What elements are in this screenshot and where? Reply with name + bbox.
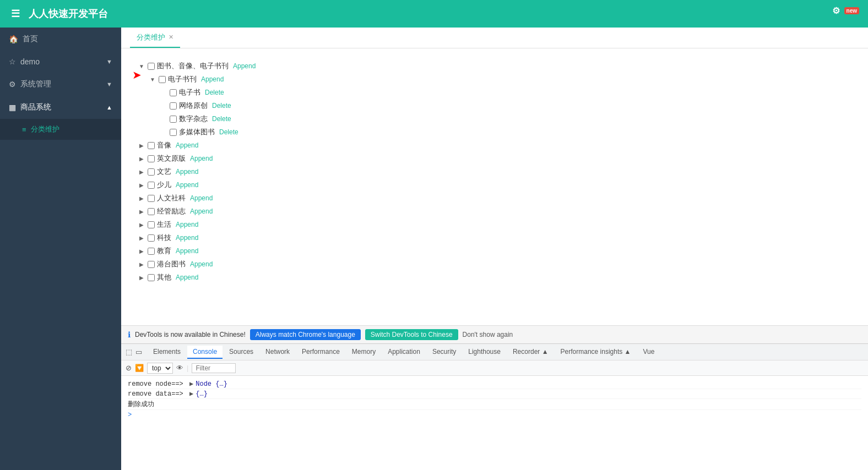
tree-checkbox-ebook-item[interactable]	[170, 89, 177, 96]
tree-checkbox-ebook[interactable]	[159, 76, 166, 83]
tree-checkbox-gangtai[interactable]	[148, 261, 155, 268]
tree-toggle-jiaoyu[interactable]: ▶	[138, 247, 145, 255]
devtools-tab-network[interactable]: Network	[260, 346, 295, 359]
dont-show-btn[interactable]: Don't show again	[463, 331, 513, 338]
tree-toggle-ebook[interactable]: ▼	[149, 75, 156, 83]
always-match-btn[interactable]: Always match Chrome's language	[250, 329, 361, 340]
console-prompt[interactable]	[128, 410, 861, 420]
tree-append-qita[interactable]: Append	[176, 274, 198, 281]
devtools-tab-recorder[interactable]: Recorder ▲	[507, 346, 554, 359]
tree-toggle-yinxiang[interactable]: ▶	[138, 141, 145, 149]
console-expand-1[interactable]: ▶	[189, 380, 193, 388]
sidebar-item-demo[interactable]: ☆ demo ▼	[0, 51, 121, 73]
devtools-tab-performance[interactable]: Performance	[296, 346, 345, 359]
tree-row-qita: ▶ 其他 Append	[138, 271, 851, 284]
tree-delete-shuzi[interactable]: Delete	[212, 115, 231, 123]
devtools-tab-elements[interactable]: Elements	[148, 346, 186, 359]
context-select[interactable]: top	[147, 363, 173, 374]
tree-toggle-shaor[interactable]: ▶	[138, 181, 145, 189]
tree-append-gangtai[interactable]: Append	[190, 260, 213, 268]
tree-checkbox-qita[interactable]	[148, 274, 155, 281]
tree-append-yinxiang[interactable]: Append	[176, 141, 198, 149]
tree-append-keji[interactable]: Append	[176, 234, 198, 242]
tree-checkbox-renwen[interactable]	[148, 195, 155, 202]
devtools-panel: ⬚ ▭ Elements Console Sources Network Per…	[121, 343, 868, 470]
tree-label-yinxiang: 音像	[157, 140, 171, 150]
sidebar-system-label: 系统管理	[20, 79, 51, 89]
sidebar-demo-label: demo	[20, 57, 40, 66]
tree-toggle-shenghuo[interactable]: ▶	[138, 221, 145, 228]
tree-checkbox-multimedia[interactable]	[170, 129, 177, 136]
app-header: ☰ 人人快速开发平台 ⚙ new	[0, 0, 868, 28]
ban-icon[interactable]: ⊘	[126, 364, 132, 372]
tree-delete-wangluo[interactable]: Delete	[212, 102, 231, 110]
tree-row-keji: ▶ 科技 Append	[138, 231, 851, 244]
tree-toggle-jingjing[interactable]: ▶	[138, 207, 145, 215]
filter-icon[interactable]: 🔽	[135, 364, 144, 372]
tree-append-wenyi[interactable]: Append	[176, 168, 198, 176]
tree-toggle-renwen[interactable]: ▶	[138, 194, 145, 202]
devtools-tab-perf-insights[interactable]: Performance insights ▲	[555, 346, 637, 359]
tree-checkbox-root[interactable]	[148, 63, 155, 70]
tree-toggle-wenyi[interactable]: ▶	[138, 168, 145, 176]
tree-toggle-qita[interactable]: ▶	[138, 274, 145, 281]
tree-checkbox-jiaoyu[interactable]	[148, 248, 155, 255]
tree-delete-multimedia[interactable]: Delete	[219, 128, 238, 136]
console-expand-2[interactable]: ▶	[189, 390, 193, 398]
devtools-mobile-icon[interactable]: ▭	[135, 348, 142, 356]
tree-checkbox-yingwen[interactable]	[148, 155, 155, 162]
switch-devtools-btn[interactable]: Switch DevTools to Chinese	[365, 329, 458, 340]
sidebar-item-system[interactable]: ⚙ 系统管理 ▼	[0, 73, 121, 96]
tab-category[interactable]: 分类维护 ✕	[130, 28, 180, 48]
devtools-tab-console[interactable]: Console	[187, 346, 223, 359]
tree-checkbox-wenyi[interactable]	[148, 168, 155, 176]
tree-toggle-keji[interactable]: ▶	[138, 234, 145, 242]
star-icon: ☆	[9, 57, 16, 66]
devtools-tab-security[interactable]: Security	[427, 346, 462, 359]
sidebar-home-label: 首页	[23, 34, 38, 44]
tree-delete-ebook-item[interactable]: Delete	[205, 89, 224, 96]
page-content: ▼ 图书、音像、电子书刊 Append ▼ 电子书刊 Append	[121, 48, 868, 325]
devtools-notification: ℹ DevTools is now available in Chinese! …	[121, 325, 868, 343]
devtools-tab-lighthouse[interactable]: Lighthouse	[463, 346, 506, 359]
devtools-cursor-icon[interactable]: ⬚	[126, 348, 132, 356]
eye-icon[interactable]: 👁	[176, 364, 183, 372]
devtools-tab-application[interactable]: Application	[382, 346, 426, 359]
content-wrapper: 分类维护 ✕ ▼ 图书、音像、电子书刊 Append ▼	[121, 28, 868, 470]
tree-append-jingjing[interactable]: Append	[190, 207, 213, 215]
tree-checkbox-shuzi[interactable]	[170, 116, 177, 123]
tab-category-label: 分类维护	[137, 32, 165, 42]
devtools-tab-sources[interactable]: Sources	[224, 346, 259, 359]
tree-checkbox-wangluo[interactable]	[170, 102, 177, 110]
console-line-1: remove node==> ▶ Node {…}	[128, 379, 861, 389]
sidebar-item-category[interactable]: ≡ 分类维护	[0, 119, 121, 140]
tree-append-jiaoyu[interactable]: Append	[176, 247, 198, 255]
console-filter-input[interactable]	[192, 363, 236, 373]
tree-checkbox-shenghuo[interactable]	[148, 221, 155, 228]
tree-other-nodes: ▶ 音像 Append ▶ 英文原版 Append ▶ 文艺	[138, 139, 851, 284]
tree-append-ebook[interactable]: Append	[201, 75, 224, 83]
devtools-tab-vue[interactable]: Vue	[637, 346, 660, 359]
tree-checkbox-keji[interactable]	[148, 234, 155, 242]
devtools-tab-memory[interactable]: Memory	[346, 346, 381, 359]
hamburger-icon[interactable]: ☰	[11, 8, 20, 20]
tree-checkbox-jingjing[interactable]	[148, 208, 155, 215]
sidebar-item-home[interactable]: 🏠 首页	[0, 28, 121, 51]
tree-append-shenghuo[interactable]: Append	[176, 221, 198, 228]
tree-append-yingwen[interactable]: Append	[190, 155, 213, 162]
sidebar-item-goods[interactable]: ▦ 商品系统 ▲	[0, 96, 121, 119]
tree-toggle-gangtai[interactable]: ▶	[138, 260, 145, 268]
tree-label-keji: 科技	[157, 233, 171, 243]
tree-checkbox-yinxiang[interactable]	[148, 142, 155, 149]
gear-icon[interactable]: ⚙	[832, 6, 840, 16]
tree-append-renwen[interactable]: Append	[190, 194, 213, 202]
notification-text: DevTools is now available in Chinese!	[135, 331, 246, 338]
tree-toggle-root[interactable]: ▼	[138, 62, 145, 70]
tab-close-icon[interactable]: ✕	[169, 34, 173, 41]
tree-row-shenghuo: ▶ 生活 Append	[138, 218, 851, 231]
tree-toggle-yingwen[interactable]: ▶	[138, 155, 145, 162]
tree-append-shaor[interactable]: Append	[176, 181, 198, 189]
tree-checkbox-shaor[interactable]	[148, 182, 155, 189]
tree-label-renwen: 人文社科	[157, 193, 186, 203]
tree-append-root[interactable]: Append	[233, 62, 256, 70]
